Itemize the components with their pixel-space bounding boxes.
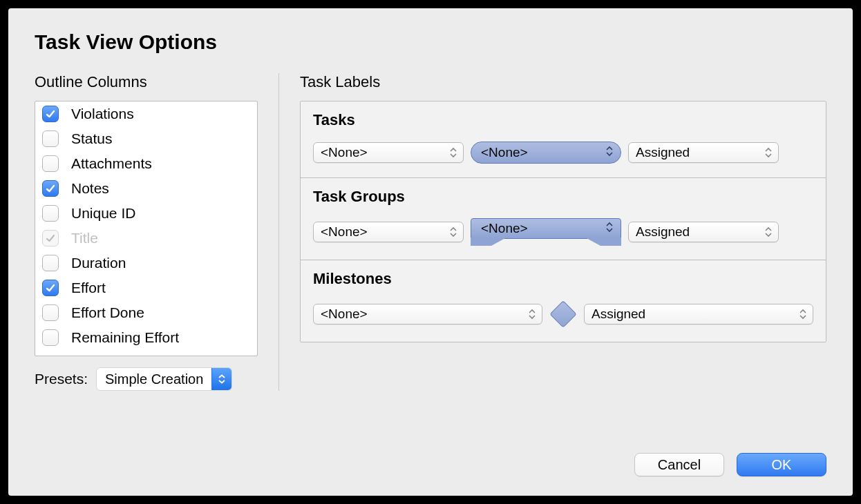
ok-button[interactable]: OK [737, 453, 826, 476]
task-groups-section-title: Task Groups [313, 188, 813, 206]
select-value: <None> [481, 221, 528, 236]
milestones-left-select[interactable]: <None> [313, 304, 542, 324]
list-item[interactable]: Attachments [35, 151, 257, 176]
checkbox[interactable] [42, 155, 59, 172]
groups-left-select[interactable]: <None> [313, 222, 464, 242]
list-item-label: Violations [71, 106, 134, 122]
list-item-label: Unique ID [71, 205, 135, 222]
chevrons-icon [764, 147, 773, 158]
select-value: Assigned [636, 224, 690, 240]
checkbox[interactable] [42, 280, 59, 296]
outline-columns-list: Violations Status Attachments N [35, 101, 258, 356]
outline-columns-label: Outline Columns [35, 73, 258, 91]
select-value: <None> [481, 145, 528, 160]
checkbox[interactable] [42, 106, 59, 122]
checkbox[interactable] [42, 255, 59, 271]
select-value: <None> [321, 307, 368, 322]
list-item-label: Remaining Effort [71, 329, 179, 346]
list-item-label: Status [71, 130, 113, 147]
checkbox [42, 230, 59, 246]
chevrons-icon [764, 226, 773, 238]
list-item[interactable]: Effort [35, 275, 257, 300]
list-item[interactable]: Remaining Effort [35, 325, 257, 350]
task-view-options-dialog: Task View Options Outline Columns Violat… [8, 8, 853, 496]
task-labels-heading: Task Labels [300, 73, 826, 91]
list-item-label: Effort [71, 280, 106, 296]
milestones-right-select[interactable]: Assigned [584, 304, 813, 324]
checkbox[interactable] [42, 329, 59, 346]
list-item[interactable]: Effort Done [35, 300, 257, 325]
chevrons-icon [799, 309, 807, 320]
checkbox[interactable] [42, 130, 59, 147]
tasks-left-select[interactable]: <None> [313, 142, 464, 163]
tasks-section-title: Tasks [313, 111, 813, 129]
dialog-title: Task View Options [35, 30, 826, 54]
list-item: Title [35, 226, 257, 251]
milestone-diamond-icon [549, 300, 577, 328]
chevrons-icon [605, 145, 614, 160]
list-item[interactable]: Duration [35, 251, 257, 275]
cancel-button[interactable]: Cancel [634, 453, 724, 476]
chevrons-icon [528, 309, 536, 320]
list-item[interactable]: Violations [35, 101, 257, 126]
presets-value: Simple Creation [97, 371, 211, 387]
list-item-label: Attachments [71, 155, 152, 172]
checkbox[interactable] [42, 304, 59, 321]
select-value: Assigned [592, 307, 645, 322]
tasks-middle-bar-select[interactable]: <None> [471, 142, 621, 164]
chevrons-icon [211, 368, 231, 390]
groups-middle-shape-select[interactable]: <None> [471, 218, 621, 246]
checkbox[interactable] [42, 180, 59, 197]
checkbox[interactable] [42, 205, 59, 222]
groups-right-select[interactable]: Assigned [628, 222, 779, 242]
list-item-label: Notes [71, 180, 109, 197]
chevrons-icon [449, 226, 457, 238]
chevrons-icon [449, 147, 457, 158]
list-item-label: Title [71, 230, 98, 246]
select-value: <None> [321, 224, 368, 240]
presets-label: Presets: [35, 371, 88, 387]
list-item[interactable]: Unique ID [35, 201, 257, 226]
presets-select[interactable]: Simple Creation [96, 367, 232, 391]
milestones-section-title: Milestones [313, 270, 813, 288]
list-item[interactable]: Notes [35, 176, 257, 201]
list-item[interactable]: Status [35, 126, 257, 151]
select-value: <None> [321, 145, 368, 160]
select-value: Assigned [636, 145, 690, 160]
chevrons-icon [605, 221, 614, 236]
tasks-right-select[interactable]: Assigned [628, 142, 779, 163]
list-item-label: Effort Done [71, 304, 144, 321]
list-item-label: Duration [71, 255, 126, 271]
